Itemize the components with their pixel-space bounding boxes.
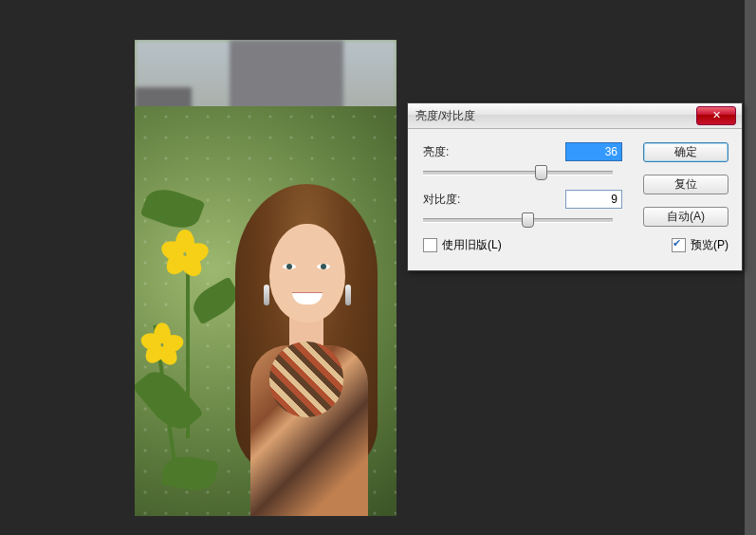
legacy-checkbox-row[interactable]: 使用旧版(L) (423, 237, 622, 253)
image-flower (142, 323, 181, 361)
legacy-label: 使用旧版(L) (442, 237, 502, 253)
close-icon: ✕ (712, 109, 721, 120)
controls-column: 亮度: 对比度: 使用旧版(L) (423, 142, 622, 253)
image-person (216, 175, 396, 516)
brightness-slider[interactable] (423, 165, 613, 180)
contrast-input[interactable] (565, 190, 622, 209)
ok-button[interactable]: 确定 (643, 142, 728, 162)
image-face (269, 224, 345, 323)
brightness-contrast-dialog: 亮度/对比度 ✕ 亮度: 对比度: (407, 102, 743, 271)
legacy-checkbox[interactable] (423, 238, 437, 252)
dialog-titlebar[interactable]: 亮度/对比度 ✕ (408, 103, 742, 129)
image-eye (317, 264, 330, 269)
reset-button[interactable]: 复位 (643, 175, 728, 194)
preview-checkbox-row[interactable]: 预览(P) (672, 237, 728, 253)
contrast-label: 对比度: (423, 192, 488, 208)
document-image[interactable] (135, 40, 396, 516)
brightness-label: 亮度: (423, 144, 488, 160)
image-eye (283, 264, 296, 269)
close-button[interactable]: ✕ (696, 106, 736, 125)
dialog-buttons: 确定 复位 自动(A) (643, 142, 728, 239)
dialog-title: 亮度/对比度 (415, 108, 475, 124)
image-earring (345, 285, 351, 305)
brightness-row: 亮度: (423, 142, 622, 161)
dialog-body: 亮度: 对比度: 使用旧版(L) 确定 (408, 129, 742, 270)
image-earring (264, 285, 269, 305)
panel-strip (745, 0, 756, 535)
brightness-input[interactable] (565, 142, 622, 161)
contrast-slider[interactable] (423, 212, 613, 228)
preview-checkbox[interactable] (672, 238, 686, 252)
image-mouth (292, 292, 323, 304)
image-scarf (269, 341, 343, 417)
contrast-row: 对比度: (423, 190, 622, 209)
image-bg-building (230, 40, 343, 114)
contrast-slider-thumb[interactable] (522, 212, 534, 228)
brightness-slider-thumb[interactable] (535, 165, 547, 180)
slider-track (423, 218, 613, 223)
preview-label: 预览(P) (691, 237, 728, 253)
auto-button[interactable]: 自动(A) (643, 207, 728, 227)
slider-track (423, 171, 613, 175)
image-flower (163, 230, 207, 273)
